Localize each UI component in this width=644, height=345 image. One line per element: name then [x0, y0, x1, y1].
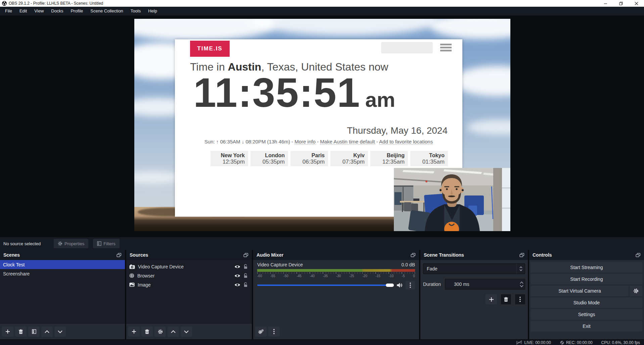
popout-icon[interactable] [243, 253, 248, 257]
cloud-shape [252, 19, 440, 36]
preview-canvas[interactable]: TIME.IS Time in Austin, Texas, United St… [0, 15, 644, 237]
remove-scene-button[interactable] [15, 327, 27, 337]
more-info-link[interactable]: More info [294, 139, 316, 145]
menu-view[interactable]: View [31, 7, 47, 15]
start-recording-button[interactable]: Start Recording [531, 274, 642, 285]
controls-header: Controls [529, 250, 644, 260]
menu-tools[interactable]: Tools [127, 7, 144, 15]
speaker-icon[interactable] [397, 283, 403, 288]
advanced-audio-button[interactable] [268, 327, 280, 337]
exit-button[interactable]: Exit [531, 321, 642, 332]
image-icon [129, 283, 135, 287]
restore-button[interactable] [613, 0, 629, 7]
minimize-button[interactable] [598, 0, 613, 7]
add-source-button[interactable] [128, 327, 140, 337]
source-item-browser[interactable]: Browser [126, 271, 252, 280]
obs-logo-icon [2, 1, 7, 6]
window-title: OBS 29.1.2 - Profile: LLHLS BETA - Scene… [9, 1, 103, 6]
globe-icon [129, 273, 134, 278]
volume-slider-handle[interactable] [386, 284, 394, 287]
source-item-image[interactable]: Image [126, 280, 252, 289]
menu-file[interactable]: File [1, 7, 16, 15]
volume-meter [257, 269, 415, 272]
sources-list: Video Capture Device Browser Image [126, 260, 252, 324]
cloud-shape [134, 172, 181, 183]
menu-profile[interactable]: Profile [67, 7, 87, 15]
meter-ticks [257, 272, 415, 274]
menu-edit[interactable]: Edit [16, 7, 31, 15]
duration-spinbox[interactable]: 300 ms [445, 279, 525, 290]
virtual-camera-settings-button[interactable] [630, 286, 642, 296]
duration-label: Duration [423, 282, 441, 287]
visibility-eye-icon[interactable] [234, 265, 240, 269]
hamburger-menu-icon[interactable] [440, 44, 452, 51]
city-card[interactable]: Beijing12:35am [370, 151, 408, 166]
scene-filters-button[interactable] [28, 327, 40, 337]
move-scene-down-button[interactable] [54, 327, 66, 337]
volume-slider[interactable] [257, 285, 394, 286]
add-transition-button[interactable] [486, 294, 497, 304]
make-default-link[interactable]: Make Austin time default [320, 139, 375, 145]
timeis-logo[interactable]: TIME.IS [190, 41, 230, 57]
remove-transition-button[interactable] [501, 294, 511, 304]
mixer-settings-button[interactable] [255, 327, 267, 337]
menubar: File Edit View Docks Profile Scene Colle… [0, 7, 644, 15]
scene-item-screenshare[interactable]: Screenshare [0, 269, 125, 278]
move-source-down-button[interactable] [181, 327, 192, 337]
panel-title: Audio Mixer [257, 252, 283, 258]
lock-icon[interactable] [243, 264, 248, 269]
transition-dropdown[interactable]: Fade [423, 263, 525, 274]
video-frame[interactable]: TIME.IS Time in Austin, Texas, United St… [134, 19, 510, 231]
titlebar: OBS 29.1.2 - Profile: LLHLS BETA - Scene… [0, 0, 644, 7]
move-source-up-button[interactable] [168, 327, 179, 337]
scene-item-clock-test[interactable]: Clock Test [0, 260, 125, 269]
source-item-video-capture[interactable]: Video Capture Device [126, 262, 252, 271]
camera-icon [129, 264, 135, 269]
remove-source-button[interactable] [141, 327, 153, 337]
city-card[interactable]: New York12:35pm [211, 151, 248, 166]
source-properties-button[interactable] [154, 327, 166, 337]
popout-icon[interactable] [636, 253, 641, 257]
studio-mode-button[interactable]: Studio Mode [531, 297, 642, 308]
menu-scene-collection[interactable]: Scene Collection [87, 7, 127, 15]
channel-options-button[interactable] [406, 281, 415, 290]
audio-mixer-header: Audio Mixer [253, 250, 419, 260]
filters-icon [97, 241, 101, 246]
add-favorite-link[interactable]: Add to favorite locations [379, 139, 433, 145]
lock-icon[interactable] [243, 282, 248, 287]
webcam-overlay [394, 168, 510, 231]
spinbox-steppers-icon[interactable] [520, 279, 523, 289]
city-card[interactable]: London05:35pm [250, 151, 288, 166]
filters-button[interactable]: Filters [93, 239, 119, 248]
popout-icon[interactable] [411, 253, 416, 257]
world-clock-row: New York12:35pm London05:35pm Paris06:35… [211, 151, 448, 166]
menu-docks[interactable]: Docks [47, 7, 67, 15]
settings-button[interactable]: Settings [531, 309, 642, 320]
mixer-toolbar [255, 327, 280, 337]
popout-icon[interactable] [519, 253, 524, 257]
close-button[interactable] [629, 0, 644, 7]
lock-icon[interactable] [243, 273, 248, 278]
start-streaming-button[interactable]: Start Streaming [531, 262, 642, 273]
current-date: Thursday, May 16, 2024 [175, 125, 448, 136]
move-scene-up-button[interactable] [41, 327, 53, 337]
visibility-eye-icon[interactable] [234, 283, 240, 287]
selected-source-status: No source selected [3, 241, 54, 246]
city-card[interactable]: Paris06:35pm [290, 151, 328, 166]
city-card[interactable]: Kyiv07:35pm [330, 151, 368, 166]
transition-options-button[interactable] [515, 294, 525, 304]
popout-icon[interactable] [117, 253, 122, 257]
properties-button[interactable]: Properties [54, 239, 88, 248]
status-bar: LIVE: 00:00:00 REC: 00:00:00 CPU: 0.6%, … [0, 340, 644, 345]
visibility-eye-icon[interactable] [234, 274, 240, 278]
record-inactive-icon [560, 340, 564, 345]
dropdown-chevrons-icon [516, 264, 525, 274]
start-virtual-camera-button[interactable]: Start Virtual Camera [531, 286, 629, 296]
menu-help[interactable]: Help [144, 7, 161, 15]
panel-title: Controls [533, 252, 552, 258]
panel-title: Sources [130, 252, 148, 258]
add-scene-button[interactable] [2, 327, 13, 337]
live-status: LIVE: 00:00:00 [516, 340, 551, 345]
search-input[interactable] [381, 42, 433, 53]
city-card[interactable]: Tokyo01:35am [410, 151, 448, 166]
